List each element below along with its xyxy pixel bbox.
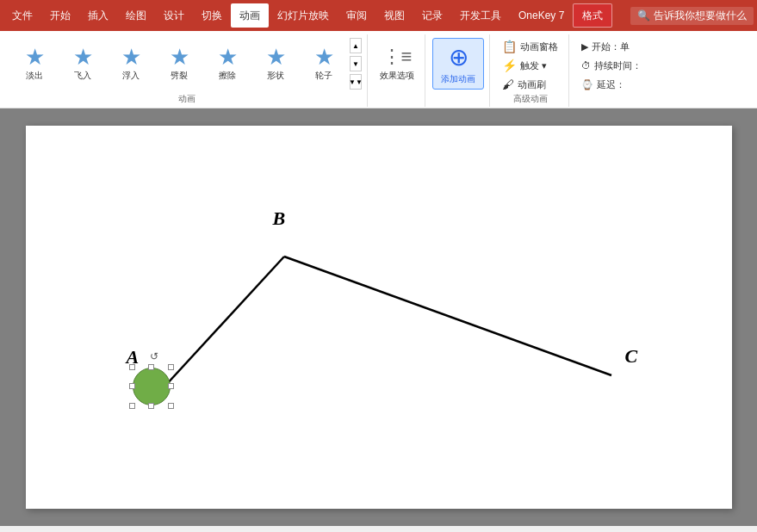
menu-review[interactable]: 审阅 — [338, 3, 375, 28]
advanced-group-label: 高级动画 — [513, 93, 548, 107]
animation-pane-icon: 📋 — [502, 40, 517, 53]
delay-btn[interactable]: ⌚ 延迟： — [576, 76, 630, 93]
handle-bl[interactable] — [129, 403, 135, 409]
wheel-icon: ★ — [314, 46, 334, 68]
trigger-label: 触发 ▾ — [520, 59, 547, 72]
add-anim-icon: ⊕ — [449, 43, 468, 71]
duration-icon: ⏱ — [581, 60, 591, 71]
ribbon: ★ 淡出 ★ 飞入 ★ 浮入 ★ 劈裂 ★ 擦除 — [0, 31, 757, 108]
add-animation-btn[interactable]: ⊕ 添加动画 — [432, 38, 484, 90]
start-btn[interactable]: ▶ 开始：单 — [576, 38, 635, 55]
handle-mr[interactable] — [168, 383, 174, 389]
menu-animation[interactable]: 动画 — [231, 3, 269, 28]
menu-bar: 文件 开始 插入 绘图 设计 切换 动画 幻灯片放映 审阅 视图 记录 开发工具… — [0, 0, 757, 31]
handle-tl[interactable] — [129, 364, 135, 370]
anim-split-btn[interactable]: ★ 劈裂 — [157, 38, 202, 90]
start-label: 开始：单 — [592, 40, 630, 53]
handle-tr[interactable] — [168, 364, 174, 370]
effect-options-icon: ⋮≡ — [382, 46, 413, 68]
handle-tc[interactable] — [148, 364, 154, 370]
slide: B A C ↺ — [26, 126, 732, 509]
scroll-more-btn[interactable]: ▼▼ — [350, 74, 362, 90]
split-label: 劈裂 — [171, 70, 188, 82]
floatin-label: 浮入 — [122, 70, 140, 82]
duration-label: 持续时间： — [594, 59, 642, 72]
animation-scroll: ▲ ▼ ▼▼ — [350, 38, 362, 90]
handle-bc[interactable] — [148, 403, 154, 409]
fadeout-label: 淡出 — [26, 70, 43, 82]
timing-group: ▶ 开始：单 ⏱ 持续时间： ⌚ 延迟： — [571, 34, 652, 107]
shape-icon: ★ — [266, 46, 286, 68]
add-animation-group: ⊕ 添加动画 — [427, 34, 490, 107]
menu-home[interactable]: 开始 — [41, 3, 79, 28]
animation-group-label: 动画 — [178, 93, 195, 107]
wipe-label: 擦除 — [219, 70, 236, 82]
trigger-btn[interactable]: ⚡ 触发 ▾ — [497, 57, 552, 74]
trigger-icon: ⚡ — [502, 59, 517, 72]
search-bar[interactable]: 🔍 告诉我你想要做什么 — [630, 7, 754, 25]
menu-record[interactable]: 记录 — [413, 3, 451, 28]
selection-handles — [129, 364, 174, 409]
delay-label: 延迟： — [597, 78, 625, 91]
delay-icon: ⌚ — [581, 79, 593, 90]
anim-wheel-btn[interactable]: ★ 轮子 — [301, 38, 346, 90]
animation-pane-btn[interactable]: 📋 动画窗格 — [497, 38, 563, 55]
animation-pane-label: 动画窗格 — [520, 40, 558, 53]
handle-ml[interactable] — [129, 383, 135, 389]
fadeout-icon: ★ — [25, 46, 45, 68]
wheel-label: 轮子 — [315, 70, 332, 82]
green-circle-container[interactable]: ↺ — [129, 364, 174, 409]
animation-brush-label: 动画刷 — [518, 78, 546, 91]
animation-group: ★ 淡出 ★ 飞入 ★ 浮入 ★ 劈裂 ★ 擦除 — [7, 34, 368, 107]
rotate-handle[interactable]: ↺ — [148, 350, 160, 362]
duration-btn[interactable]: ⏱ 持续时间： — [576, 57, 647, 74]
search-text: 告诉我你想要做什么 — [654, 9, 747, 23]
start-icon: ▶ — [581, 41, 588, 53]
animation-brush-btn[interactable]: 🖌 动画刷 — [497, 76, 551, 93]
anim-floatin-btn[interactable]: ★ 浮入 — [109, 38, 153, 90]
effect-options-label: 效果选项 — [380, 70, 414, 82]
anim-wipe-btn[interactable]: ★ 擦除 — [205, 38, 250, 90]
anim-fadeout-btn[interactable]: ★ 淡出 — [12, 38, 57, 90]
menu-design[interactable]: 设计 — [155, 3, 193, 28]
menu-slideshow[interactable]: 幻灯片放映 — [269, 3, 338, 28]
anim-flyin-btn[interactable]: ★ 飞入 — [60, 38, 105, 90]
svg-line-0 — [165, 257, 284, 386]
menu-transition[interactable]: 切换 — [193, 3, 231, 28]
menu-insert[interactable]: 插入 — [79, 3, 117, 28]
menu-view[interactable]: 视图 — [375, 3, 413, 28]
menu-dev[interactable]: 开发工具 — [451, 3, 510, 28]
advanced-group: 📋 动画窗格 ⚡ 触发 ▾ 🖌 动画刷 高级动画 — [492, 34, 569, 107]
effect-options-btn[interactable]: ⋮≡ 效果选项 — [375, 38, 419, 90]
slide-lines-svg — [26, 126, 732, 509]
animation-brush-icon: 🖌 — [502, 77, 514, 91]
svg-line-1 — [284, 257, 611, 375]
scroll-down-btn[interactable]: ▼ — [350, 56, 362, 71]
menu-onekey[interactable]: OneKey 7 — [510, 3, 573, 28]
add-anim-label: 添加动画 — [441, 73, 475, 85]
handle-br[interactable] — [168, 403, 174, 409]
wipe-icon: ★ — [218, 46, 238, 68]
floatin-icon: ★ — [121, 46, 141, 68]
effects-group: ⋮≡ 效果选项 — [369, 34, 425, 107]
shape-label: 形状 — [267, 70, 284, 82]
menu-file[interactable]: 文件 — [3, 3, 41, 28]
anim-shape-btn[interactable]: ★ 形状 — [253, 38, 298, 90]
menu-draw[interactable]: 绘图 — [117, 3, 155, 28]
scroll-up-btn[interactable]: ▲ — [350, 38, 362, 53]
flyin-icon: ★ — [73, 46, 93, 68]
split-icon: ★ — [170, 46, 189, 68]
flyin-label: 飞入 — [74, 70, 91, 82]
menu-format[interactable]: 格式 — [573, 3, 612, 28]
search-icon: 🔍 — [637, 9, 650, 22]
slide-area: B A C ↺ — [0, 108, 757, 526]
